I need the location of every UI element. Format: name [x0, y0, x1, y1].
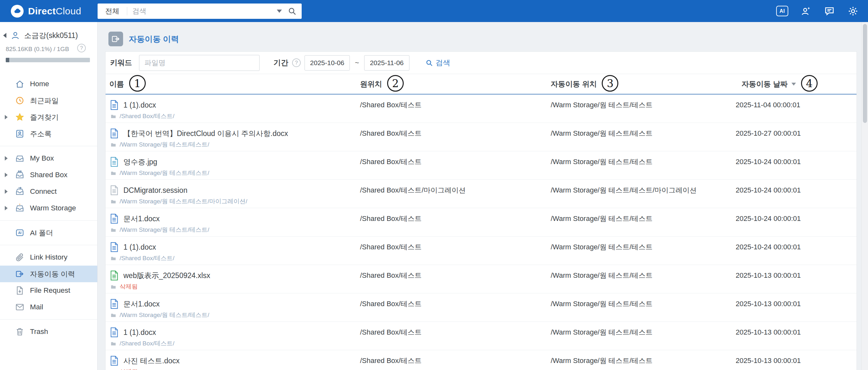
sidebar-item-recent-files[interactable]: 최근파일 [0, 92, 97, 109]
name-cell: 1 (1).docx /Shared Box/테스트/ [105, 99, 356, 120]
file-name[interactable]: 1 (1).docx [123, 101, 156, 110]
scrollbar-thumb[interactable] [863, 24, 867, 123]
search-scope-select[interactable]: 전체 [98, 6, 127, 16]
expand-icon[interactable] [5, 206, 8, 210]
sidebar-item-contacts[interactable]: 주소록 [0, 125, 97, 142]
table-row[interactable]: DCMigrator.session /Warm Storage/웜 테스트/테… [105, 180, 857, 208]
destination-path: /Warm Storage/웜 테스트/테스트 [547, 298, 736, 309]
name-cell: DCMigrator.session /Warm Storage/웜 테스트/테… [105, 185, 356, 205]
file-icon [110, 242, 119, 252]
expand-icon[interactable] [5, 189, 8, 194]
sidebar-item-label: 즐겨찾기 [30, 112, 59, 122]
sidebar: 소금강(skk0511) 825.16KB (0.1%) / 1GB ? Hom… [0, 22, 98, 370]
sidebar-item-file-request[interactable]: File Request [0, 282, 97, 299]
file-icon [110, 185, 119, 195]
search-icon[interactable] [288, 7, 297, 16]
file-sub-path: /Shared Box/테스트/ [120, 112, 175, 120]
column-label: 자동이동 날짜 [742, 79, 788, 89]
table-row[interactable]: 영수증.jpg /Warm Storage/웜 테스트/테스트/ /Shared… [105, 151, 857, 180]
file-name[interactable]: 사진 테스트.docx [123, 356, 180, 366]
sidebar-item-warm-storage[interactable]: Warm Storage [0, 200, 97, 217]
sidebar-item-label: File Request [30, 286, 70, 295]
sidebar-item-link-history[interactable]: Link History [0, 249, 97, 265]
destination-path: /Warm Storage/웜 테스트/테스트 [547, 242, 736, 253]
logo[interactable]: DirectCloud [0, 5, 98, 18]
search-icon [425, 59, 433, 67]
period-help-icon[interactable]: ? [292, 58, 301, 67]
clock-icon [15, 95, 25, 106]
table-row[interactable]: 문서1.docx /Warm Storage/웜 테스트/테스트/ /Share… [105, 208, 857, 236]
folder-mini-icon [110, 199, 116, 205]
file-icon [110, 355, 119, 366]
move-date: 2025-10-13 00:00:01 [736, 327, 861, 338]
sidebar-item-favorites[interactable]: 즐겨찾기 [0, 109, 97, 125]
file-icon [110, 299, 119, 309]
expand-icon[interactable] [5, 173, 8, 177]
table-row[interactable]: 1 (1).docx /Shared Box/테스트/ /Shared Box/… [105, 94, 857, 123]
divider [0, 245, 97, 245]
sidebar-item-connect[interactable]: Connect [0, 183, 97, 200]
help-icon[interactable]: ? [77, 44, 86, 52]
sidebar-item-auto-move-history[interactable]: 자동이동 이력 [0, 265, 97, 282]
file-icon [110, 157, 119, 167]
keyword-input[interactable] [139, 55, 259, 71]
table-row[interactable]: 【한국어 번역】DirectCloud 이용시 주의사항.docx /Warm … [105, 123, 857, 151]
file-name[interactable]: 1 (1).docx [123, 328, 156, 337]
file-icon [110, 271, 119, 281]
user-account[interactable]: 소금강(skk0511) [0, 22, 97, 43]
sidebar-item-home[interactable]: Home [0, 76, 97, 92]
sidebar-item-shared-box[interactable]: Shared Box [0, 167, 97, 183]
table-row[interactable]: 1 (1).docx /Shared Box/테스트/ /Shared Box/… [105, 322, 857, 350]
divider [0, 220, 97, 221]
table-row[interactable]: 문서1.docx /Warm Storage/웜 테스트/테스트/ /Share… [105, 293, 857, 322]
ai-assistant-icon[interactable] [800, 5, 812, 17]
file-name[interactable]: 1 (1).docx [123, 243, 156, 252]
expand-icon[interactable] [5, 115, 8, 119]
auto-move-icon [108, 32, 123, 46]
table-row[interactable]: 사진 테스트.docx 삭제됨 /Shared Box/테스트 /Warm St… [105, 350, 857, 370]
chevron-down-icon[interactable] [277, 9, 282, 13]
file-name[interactable]: 영수증.jpg [123, 157, 157, 167]
collapse-sidebar-icon[interactable] [3, 33, 6, 38]
ai-icon[interactable]: AI [776, 6, 788, 16]
date-from-input[interactable] [305, 55, 350, 70]
origin-path: /Shared Box/테스트/마이그레이션 [356, 185, 547, 196]
brand-bold: Direct [28, 6, 56, 16]
file-name[interactable]: DCMigrator.session [123, 186, 187, 195]
search-button-label: 검색 [436, 58, 450, 68]
expand-icon[interactable] [5, 156, 8, 161]
sidebar-item-label: Connect [30, 188, 57, 196]
column-move-date[interactable]: 자동이동 날짜 4 [736, 76, 857, 92]
file-name[interactable]: 문서1.docx [123, 299, 160, 309]
main-content: 자동이동 이력 키워드 기간 ? ~ 검색 이름 1 [98, 22, 861, 370]
column-destination[interactable]: 자동이동 위치 3 [547, 76, 736, 92]
file-name[interactable]: 【한국어 번역】DirectCloud 이용시 주의사항.docx [123, 129, 288, 139]
file-name[interactable]: web版表示_20250924.xlsx [123, 271, 210, 281]
date-to-input[interactable] [364, 55, 409, 70]
file-name[interactable]: 문서1.docx [123, 214, 160, 224]
column-name[interactable]: 이름 1 [105, 76, 356, 92]
move-date: 2025-10-13 00:00:01 [736, 270, 861, 281]
sidebar-item-mail[interactable]: Mail [0, 299, 97, 315]
user-icon [10, 30, 21, 40]
column-origin[interactable]: 원위치 2 [356, 76, 547, 92]
name-cell: 영수증.jpg /Warm Storage/웜 테스트/테스트/ [105, 156, 356, 177]
search-button[interactable]: 검색 [425, 58, 450, 68]
sidebar-item-my-box[interactable]: My Box [0, 150, 97, 167]
scrollbar[interactable] [861, 22, 868, 370]
sort-desc-icon[interactable] [792, 83, 796, 86]
chat-icon[interactable] [824, 5, 835, 17]
contacts-icon [15, 129, 25, 139]
storage-usage: 825.16KB (0.1%) / 1GB ? [0, 43, 97, 62]
folder-mini-icon [110, 284, 116, 290]
move-date: 2025-10-13 00:00:01 [736, 355, 861, 366]
move-date: 2025-10-24 00:00:01 [736, 156, 861, 167]
sidebar-item-trash[interactable]: Trash [0, 323, 97, 340]
period-filter: 기간 ? ~ [274, 55, 409, 70]
settings-gear-icon[interactable] [847, 5, 859, 17]
sidebar-item-ai-folder[interactable]: AI AI 폴더 [0, 224, 97, 241]
global-search-input[interactable] [127, 7, 275, 15]
table-row[interactable]: web版表示_20250924.xlsx 삭제됨 /Shared Box/테스트… [105, 265, 857, 293]
trash-icon [15, 326, 25, 337]
table-row[interactable]: 1 (1).docx /Shared Box/테스트/ /Shared Box/… [105, 236, 857, 265]
